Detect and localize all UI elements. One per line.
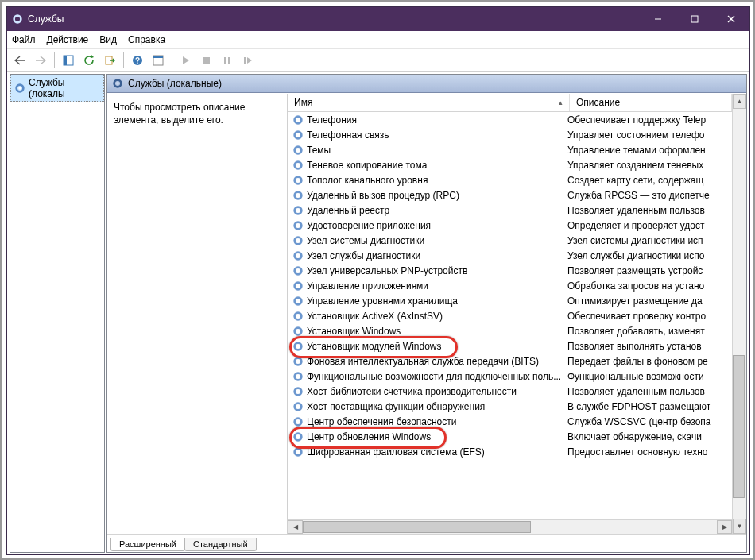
restart-service-button[interactable] xyxy=(238,51,257,70)
svg-point-50 xyxy=(296,330,299,332)
service-row[interactable]: Узел универсальных PNP-устройствПозволяе… xyxy=(288,263,732,278)
service-row[interactable]: Центр обеспечения безопасностиСлужба WSC… xyxy=(288,414,732,429)
tree-item-label: Службы (локалы xyxy=(29,77,100,99)
service-row[interactable]: Управление приложениямиОбработка запросо… xyxy=(288,278,732,293)
service-description: Служба RPCSS — это диспетче xyxy=(561,190,732,201)
gear-icon xyxy=(292,175,304,186)
service-row[interactable]: Узел службы диагностикиУзел службы диагн… xyxy=(288,248,732,263)
svg-point-54 xyxy=(296,360,299,362)
tree-item-services-local[interactable]: Службы (локалы xyxy=(10,75,104,102)
help-button[interactable]: ? xyxy=(128,51,147,70)
service-description: Управляет состоянием телефо xyxy=(561,129,732,141)
service-row[interactable]: Функциональные возможности для подключен… xyxy=(288,369,732,384)
service-row[interactable]: Удаленный вызов процедур (RPC)Служба RPC… xyxy=(288,187,732,203)
service-row[interactable]: Центр обновления WindowsВключает обнаруж… xyxy=(288,429,732,444)
service-row[interactable]: Хост поставщика функции обнаруженияВ слу… xyxy=(288,399,732,414)
back-button[interactable] xyxy=(10,51,29,70)
refresh-button[interactable] xyxy=(79,51,99,70)
gear-icon xyxy=(292,356,304,367)
vscroll-thumb[interactable] xyxy=(733,355,745,499)
service-description: Предоставляет основную техно xyxy=(561,446,732,458)
service-row[interactable]: Теневое копирование томаУправляет создан… xyxy=(288,157,732,172)
gear-icon xyxy=(292,129,304,141)
svg-point-1 xyxy=(16,17,19,21)
service-description: Определяет и проверяет удост xyxy=(561,220,732,231)
gear-icon xyxy=(292,160,304,171)
service-description: Позволяет удаленным пользов xyxy=(561,205,732,216)
service-row[interactable]: ТелефонияОбеспечивает поддержку Telep xyxy=(288,112,732,127)
start-service-button[interactable] xyxy=(176,51,196,70)
service-row[interactable]: Фоновая интеллектуальная служба передачи… xyxy=(288,353,732,369)
menu-help[interactable]: Справка xyxy=(128,34,165,45)
svg-rect-12 xyxy=(153,56,163,58)
service-name: Установщик Windows xyxy=(307,326,401,337)
properties-button[interactable] xyxy=(149,51,168,70)
pause-service-button[interactable] xyxy=(218,51,237,70)
column-description[interactable]: Описание xyxy=(570,94,732,111)
service-row[interactable]: Установщик модулей WindowsПозволяет выпо… xyxy=(288,338,732,353)
svg-rect-13 xyxy=(203,57,210,64)
close-button[interactable] xyxy=(713,7,749,31)
gear-icon xyxy=(292,205,304,216)
service-row[interactable]: Телефонная связьУправляет состоянием тел… xyxy=(288,127,732,142)
service-description: Передает файлы в фоновом ре xyxy=(561,356,732,367)
svg-point-42 xyxy=(296,269,299,272)
forward-button[interactable] xyxy=(31,51,50,70)
service-name: Центр обеспечения безопасности xyxy=(307,416,457,427)
service-name: Узел универсальных PNP-устройств xyxy=(307,265,467,276)
gear-icon xyxy=(292,371,304,382)
service-description: Управление темами оформлен xyxy=(561,145,732,156)
service-list[interactable]: ТелефонияОбеспечивает поддержку TelepТел… xyxy=(288,112,732,519)
show-hide-tree-button[interactable] xyxy=(59,51,78,70)
svg-point-36 xyxy=(296,224,299,226)
gear-icon xyxy=(292,220,304,231)
service-row[interactable]: Хост библиотеки счетчика производительно… xyxy=(288,384,732,399)
service-name: Телефония xyxy=(307,114,357,126)
titlebar: Службы xyxy=(7,7,749,31)
service-row[interactable]: Управление уровнями хранилищаОптимизируе… xyxy=(288,293,732,308)
maximize-button[interactable] xyxy=(676,7,713,31)
scroll-right-icon[interactable]: ▶ xyxy=(717,520,732,534)
service-name: Узел системы диагностики xyxy=(307,235,424,246)
service-description: Создает карту сети, содержащ xyxy=(561,175,732,186)
svg-point-44 xyxy=(296,284,299,287)
service-row[interactable]: Шифрованная файловая система (EFS)Предос… xyxy=(288,444,732,459)
svg-rect-14 xyxy=(224,57,226,64)
svg-rect-7 xyxy=(64,56,67,65)
service-row[interactable]: Удаленный реестрПозволяет удаленным поль… xyxy=(288,203,732,218)
service-row[interactable]: Установщик ActiveX (AxInstSV)Обеспечивае… xyxy=(288,308,732,323)
svg-point-52 xyxy=(296,345,299,347)
tab-standard[interactable]: Стандартный xyxy=(184,538,257,551)
vertical-scrollbar[interactable]: ▲ ▼ xyxy=(732,94,746,534)
gear-icon xyxy=(292,386,304,397)
menu-view[interactable]: Вид xyxy=(99,34,117,45)
minimize-button[interactable] xyxy=(640,7,676,31)
export-button[interactable] xyxy=(100,51,119,70)
service-description: Оптимизирует размещение да xyxy=(561,295,732,307)
service-name: Установщик модулей Windows xyxy=(307,341,441,352)
service-row[interactable]: Установщик WindowsПозволяет добавлять, и… xyxy=(288,323,732,338)
svg-point-62 xyxy=(296,420,299,423)
stop-service-button[interactable] xyxy=(197,51,216,70)
svg-point-46 xyxy=(296,299,299,302)
horizontal-scrollbar[interactable]: ◀ ▶ xyxy=(288,519,732,534)
scroll-up-icon[interactable]: ▲ xyxy=(733,94,746,109)
svg-rect-16 xyxy=(244,57,246,64)
menu-file[interactable]: Файл xyxy=(12,34,36,45)
scroll-left-icon[interactable]: ◀ xyxy=(288,520,303,534)
column-name[interactable]: Имя▴ xyxy=(288,94,570,111)
tab-extended[interactable]: Расширенный xyxy=(110,538,185,551)
service-row[interactable]: Удостоверение приложенияОпределяет и про… xyxy=(288,218,732,233)
service-description: Обеспечивает проверку контро xyxy=(561,311,732,322)
service-name: Удаленный вызов процедур (RPC) xyxy=(307,190,459,201)
service-description: Обработка запросов на устано xyxy=(561,280,732,292)
tree-pane[interactable]: Службы (локалы xyxy=(10,74,105,553)
service-row[interactable]: Тополог канального уровняСоздает карту с… xyxy=(288,172,732,187)
menu-action[interactable]: Действие xyxy=(47,34,89,45)
svg-point-48 xyxy=(296,315,299,317)
service-row[interactable]: ТемыУправление темами оформлен xyxy=(288,142,732,157)
service-row[interactable]: Узел системы диагностикиУзел системы диа… xyxy=(288,233,732,248)
gear-icon xyxy=(292,326,304,337)
hscroll-thumb[interactable] xyxy=(303,521,531,533)
scroll-down-icon[interactable]: ▼ xyxy=(733,519,746,534)
